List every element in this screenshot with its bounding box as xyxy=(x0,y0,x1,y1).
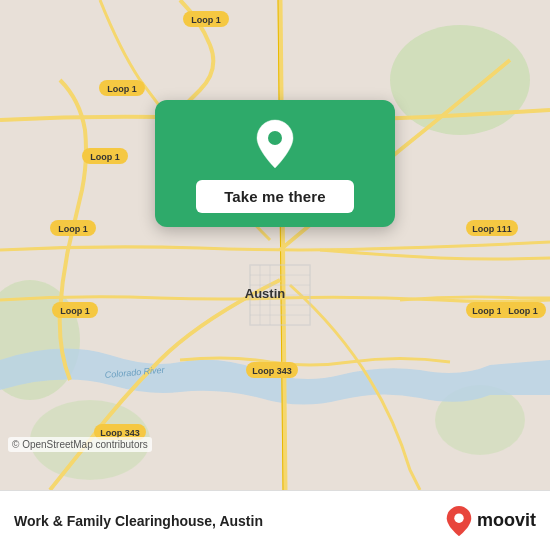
svg-text:Loop 1: Loop 1 xyxy=(191,15,221,25)
svg-text:Loop 111: Loop 111 xyxy=(472,224,512,234)
svg-point-35 xyxy=(268,131,282,145)
moovit-pin-icon xyxy=(445,505,473,537)
map-svg: Colorado River Austin Loop 1 Loop 1 Loop… xyxy=(0,0,550,490)
svg-text:Loop 1: Loop 1 xyxy=(107,84,137,94)
svg-text:Loop 1: Loop 1 xyxy=(90,152,120,162)
svg-text:Loop 1: Loop 1 xyxy=(60,306,90,316)
location-pin-icon xyxy=(253,118,297,170)
svg-text:Loop 1: Loop 1 xyxy=(508,306,538,316)
take-me-there-button[interactable]: Take me there xyxy=(196,180,354,213)
svg-text:Loop 343: Loop 343 xyxy=(252,366,292,376)
svg-text:Loop 1: Loop 1 xyxy=(58,224,88,234)
map-attribution: © OpenStreetMap contributors xyxy=(8,437,152,452)
svg-point-36 xyxy=(454,513,463,522)
bottom-bar: Work & Family Clearinghouse, Austin moov… xyxy=(0,490,550,550)
place-name: Work & Family Clearinghouse, Austin xyxy=(14,513,445,529)
svg-text:Austin: Austin xyxy=(245,286,286,301)
map-container: Colorado River Austin Loop 1 Loop 1 Loop… xyxy=(0,0,550,490)
moovit-logo: moovit xyxy=(445,505,536,537)
moovit-brand-text: moovit xyxy=(477,510,536,531)
navigation-card: Take me there xyxy=(155,100,395,227)
